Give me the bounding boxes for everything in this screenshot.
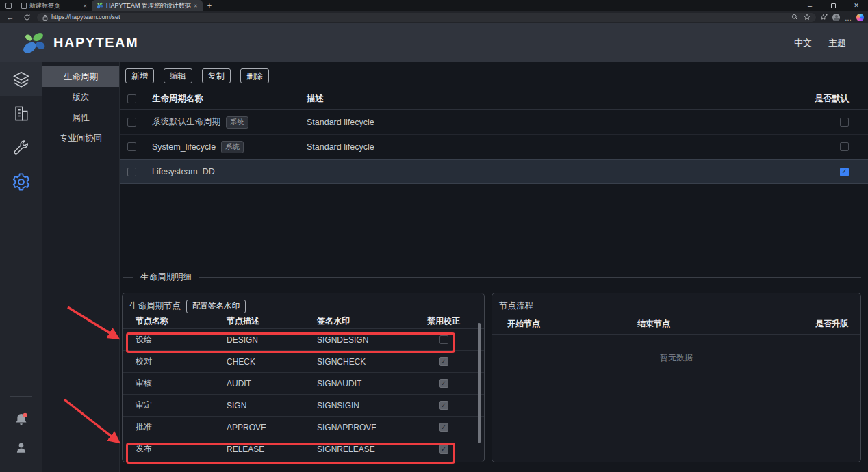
sidebar-item-settings[interactable] [0,165,42,199]
node-row[interactable]: 发布 RELEASE SIGNRELEASE [123,438,484,460]
user-icon [15,442,27,454]
copilot-icon[interactable] [856,14,864,21]
toolbar: 新增 编辑 复制 删除 [120,68,868,83]
building-icon [12,104,31,123]
column-desc: 描述 [307,93,787,105]
node-row[interactable]: 审核 AUDIT SIGNAUDIT [123,373,484,395]
row-select-checkbox[interactable] [127,118,136,127]
nodes-table: 节点名称 节点描述 签名水印 禁用校正 设绘 DESIGN SIGNDESIGN [123,314,484,460]
column-node-desc: 节点描述 [227,315,317,327]
node-desc: CHECK [227,357,317,367]
tab-title: 新建标签页 [29,1,80,10]
hapyteam-logo-icon [22,31,47,55]
close-button[interactable] [845,0,868,11]
secondary-nav: 生命周期 版次 属性 专业间协同 [42,62,120,472]
node-row[interactable]: 校对 CHECK SIGNCHECK [123,351,484,373]
browser-tab-strip: 新建标签页 HAPYTEAM 管理您的设计数据 [0,0,868,11]
disable-checkbox[interactable] [439,357,448,366]
tab-search-icon[interactable] [0,0,16,11]
table-row[interactable]: System_lifecycle系统 Standard lifecycle [120,135,868,159]
user-button[interactable] [0,434,42,462]
node-watermark: SIGNRELEASE [317,445,423,454]
page-icon [21,3,27,9]
default-checkbox[interactable] [840,118,849,127]
node-name: 审定 [136,399,227,411]
sidebar-item-tools[interactable] [0,131,42,165]
browser-tab-newtab[interactable]: 新建标签页 [16,0,92,11]
theme-switch[interactable]: 主题 [828,37,846,49]
browser-toolbar-icons [820,11,864,23]
lifecycle-name: System_lifecycle [152,142,216,152]
sidebar-item-layers[interactable] [0,62,42,96]
node-desc: RELEASE [227,445,317,454]
notifications-button[interactable] [0,405,42,434]
nav-item-collaboration[interactable]: 专业间协同 [42,128,119,148]
table-row-selected[interactable]: Lifesysteam_DD [120,159,868,184]
gear-icon [12,172,31,192]
delete-button[interactable]: 删除 [240,68,269,83]
nav-item-revision[interactable]: 版次 [42,87,119,107]
browser-address-bar: https://hapyteam.com/set [0,11,868,23]
disable-checkbox[interactable] [439,335,448,344]
tab-close-icon[interactable] [83,2,87,9]
node-desc: SIGN [227,401,317,410]
disable-checkbox[interactable] [439,445,448,454]
column-start-node: 开始节点 [507,318,637,330]
collections-star-icon[interactable] [820,14,828,21]
node-flow-panel: 节点流程 开始节点 结束节点 是否升版 暂无数据 [492,293,861,462]
flow-table-header: 开始节点 结束节点 是否升版 [492,314,860,335]
copy-button[interactable]: 复制 [202,68,231,83]
lock-icon [42,14,48,21]
row-select-checkbox[interactable] [127,142,136,151]
sidebar-item-organization[interactable] [0,96,42,131]
select-all-checkbox[interactable] [127,94,136,103]
empty-state-text: 暂无数据 [492,352,860,364]
disable-checkbox[interactable] [439,379,448,388]
disable-checkbox[interactable] [439,423,448,432]
profile-avatar[interactable] [832,14,840,21]
system-badge: 系统 [226,116,248,129]
browser-menu-icon[interactable] [845,11,852,23]
column-watermark: 签名水印 [317,315,423,327]
node-watermark: SIGNDESIGN [317,335,423,345]
refresh-icon[interactable] [21,14,33,21]
zoom-icon[interactable] [791,14,798,21]
edit-button[interactable]: 编辑 [164,68,192,83]
column-disable: 禁用校正 [423,315,464,327]
add-button[interactable]: 新增 [125,68,154,83]
node-desc: AUDIT [227,379,317,389]
new-tab-button[interactable] [203,0,216,11]
url-text: https://hapyteam.com/set [51,14,120,21]
node-row[interactable]: 设绘 DESIGN SIGNDESIGN [123,329,484,351]
lifecycle-desc: Standard lifecycle [307,142,787,152]
disable-checkbox[interactable] [439,401,448,410]
favorite-star-icon[interactable] [804,14,810,21]
node-row[interactable]: 批准 APPROVE SIGNAPPROVE [123,417,484,438]
default-checkbox[interactable] [840,168,849,176]
panel-scrollbar[interactable] [478,323,481,443]
node-row[interactable]: 审定 SIGN SIGNSIGIN [123,395,484,417]
hapyteam-favicon [97,2,103,9]
default-checkbox[interactable] [840,142,849,151]
nav-item-attribute[interactable]: 属性 [42,107,119,128]
nav-item-lifecycle[interactable]: 生命周期 [42,66,119,87]
configure-watermark-button[interactable]: 配置签名水印 [186,300,246,313]
lifecycle-name: Lifesysteam_DD [152,167,215,176]
restore-button[interactable] [821,0,845,11]
url-field[interactable]: https://hapyteam.com/set [37,13,816,22]
back-icon[interactable] [4,13,16,21]
table-row[interactable]: 系统默认生命周期系统 Standard lifecycle [120,110,868,135]
row-select-checkbox[interactable] [127,168,136,176]
column-default: 是否默认 [787,93,849,105]
minimize-button[interactable] [798,0,821,11]
language-switch[interactable]: 中文 [794,37,812,49]
column-name: 生命周期名称 [152,93,307,105]
bell-icon [14,412,28,426]
lifecycle-name: 系统默认生命周期 [152,116,220,128]
browser-tab-hapyteam[interactable]: HAPYTEAM 管理您的设计数据 [92,0,203,11]
tab-close-icon[interactable] [194,2,198,9]
tab-title: HAPYTEAM 管理您的设计数据 [106,1,191,10]
node-watermark: SIGNAUDIT [317,379,423,389]
nodes-table-header: 节点名称 节点描述 签名水印 禁用校正 [123,314,484,329]
icon-sidebar [0,62,42,472]
